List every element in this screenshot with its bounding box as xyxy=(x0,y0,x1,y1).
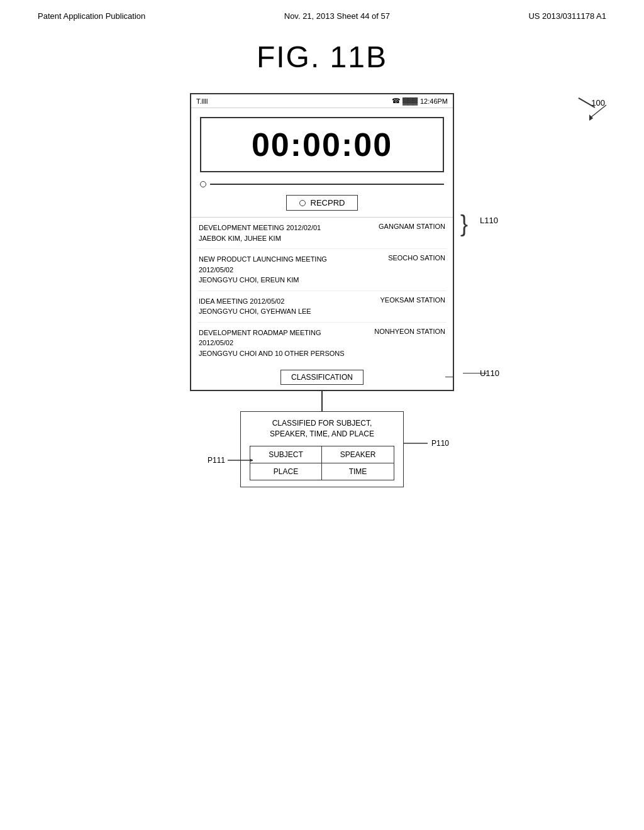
p110-line xyxy=(404,442,429,445)
status-right: ☎ ▓▓▓ 12:46PM xyxy=(392,97,448,105)
ref-p111-area: P111 xyxy=(208,456,253,465)
ref-p110-label: P110 xyxy=(431,439,449,448)
ref-p110-area: P110 xyxy=(404,439,449,448)
brace-l110: } xyxy=(460,161,468,287)
progress-circle xyxy=(200,181,206,187)
timer-box: 00:00:00 xyxy=(200,117,444,172)
header-left: Patent Application Publication xyxy=(38,11,145,21)
below-phone-area: CLASSIFIED FOR SUBJECT,SPEAKER, TIME, AN… xyxy=(190,391,454,487)
meeting-info-1: DEVELOPMENT MEETING 2012/02/01JAEBOK KIM… xyxy=(199,223,376,243)
popup-title: CLASSIFIED FOR SUBJECT,SPEAKER, TIME, AN… xyxy=(250,418,394,440)
record-circle-icon xyxy=(299,200,306,206)
progress-line xyxy=(210,184,444,185)
table-row: NEW PRODUCT LAUNCHING MEETING2012/05/02J… xyxy=(197,249,447,291)
record-button[interactable]: RECPRD xyxy=(286,195,358,211)
svg-line-0 xyxy=(591,105,606,118)
table-row: DEVELOPMENT ROADMAP MEETING2012/05/02JEO… xyxy=(197,323,447,364)
signal-icon: T.llll xyxy=(196,97,208,105)
subject-button[interactable]: SUBJECT xyxy=(250,446,322,463)
meeting-location-1: GANGNAM STATION xyxy=(376,223,445,230)
popup-grid: SUBJECT SPEAKER PLACE TIME xyxy=(250,446,394,480)
class-line-right xyxy=(445,377,454,378)
table-row: DEVELOPMENT MEETING 2012/02/01JAEBOK KIM… xyxy=(197,218,447,249)
vertical-connector xyxy=(321,391,323,411)
status-bar: T.llll ☎ ▓▓▓ 12:46PM xyxy=(191,94,453,108)
status-icons: ☎ ▓▓▓ xyxy=(392,97,418,105)
header-middle: Nov. 21, 2013 Sheet 44 of 57 xyxy=(284,11,390,21)
phone-wrapper: } L110 U110 T.llll ☎ ▓▓▓ 12:46PM 00:00:0… xyxy=(190,93,454,391)
progress-area xyxy=(191,177,453,191)
place-button[interactable]: PLACE xyxy=(250,463,322,480)
meeting-location-2: SEOCHO SATION xyxy=(376,254,445,262)
svg-marker-3 xyxy=(250,459,253,462)
ref-u110-label: U110 xyxy=(480,368,499,378)
ref-100-arrow xyxy=(584,102,609,121)
meeting-list: DEVELOPMENT MEETING 2012/02/01JAEBOK KIM… xyxy=(191,217,453,363)
p111-arrow xyxy=(228,459,253,462)
popup-wrapper: CLASSIFIED FOR SUBJECT,SPEAKER, TIME, AN… xyxy=(240,411,404,487)
status-time: 12:46PM xyxy=(420,97,448,105)
classification-button[interactable]: CLASSIFICATION xyxy=(280,370,364,385)
table-row: IDEA MEETING 2012/05/02JEONGGYU CHOI, GY… xyxy=(197,291,447,323)
svg-marker-1 xyxy=(589,114,593,121)
diagram-area: 100 } L110 U110 T.llll ☎ ▓▓▓ 12:46PM 00:… xyxy=(0,93,644,487)
classification-popup: CLASSIFIED FOR SUBJECT,SPEAKER, TIME, AN… xyxy=(240,411,404,487)
record-area: RECPRD xyxy=(191,195,453,211)
meeting-location-3: YEOKSAM STATION xyxy=(376,296,445,304)
speaker-button[interactable]: SPEAKER xyxy=(322,446,394,463)
header-right: US 2013/0311178 A1 xyxy=(528,11,606,21)
timer-display: 00:00:00 xyxy=(201,126,443,163)
figure-title: FIG. 11B xyxy=(0,40,644,74)
classification-row: CLASSIFICATION xyxy=(191,363,453,390)
time-button[interactable]: TIME xyxy=(322,463,394,480)
record-label: RECPRD xyxy=(311,198,345,208)
ref-l110-label: L110 xyxy=(480,216,498,225)
meeting-info-4: DEVELOPMENT ROADMAP MEETING2012/05/02JEO… xyxy=(199,328,374,359)
page-header: Patent Application Publication Nov. 21, … xyxy=(0,0,644,27)
meeting-info-2: NEW PRODUCT LAUNCHING MEETING2012/05/02J… xyxy=(199,254,376,285)
phone-device: T.llll ☎ ▓▓▓ 12:46PM 00:00:00 RECPRD xyxy=(190,93,454,391)
meeting-location-4: NONHYEON STATION xyxy=(374,328,445,335)
ref-p111-label: P111 xyxy=(208,456,225,465)
meeting-info-3: IDEA MEETING 2012/05/02JEONGGYU CHOI, GY… xyxy=(199,296,376,317)
